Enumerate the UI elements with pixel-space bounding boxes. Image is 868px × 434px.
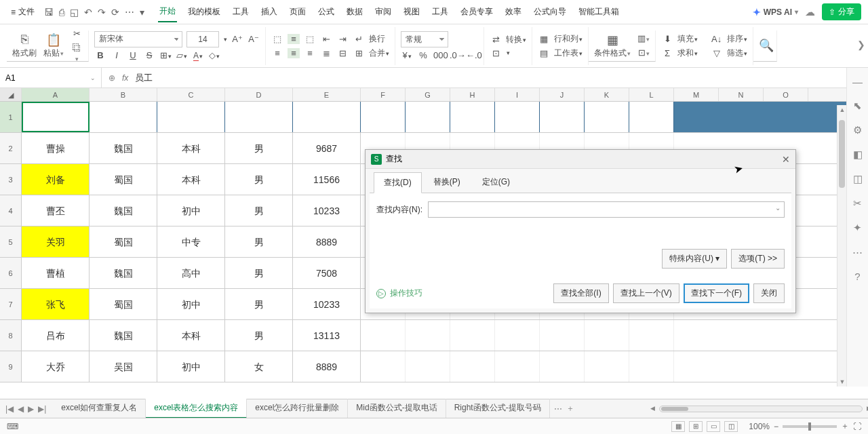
scroll-down-icon[interactable]: ▼ <box>839 378 846 385</box>
cell[interactable]: 部门 <box>90 102 157 132</box>
conditional-format-button[interactable]: ▦条件格式▾ <box>594 33 631 59</box>
sheet-nav-3[interactable]: ▶| <box>38 404 46 414</box>
menu-item-9[interactable]: 工具 <box>431 2 450 22</box>
menu-item-3[interactable]: 插入 <box>260 2 279 22</box>
cell[interactable]: 吴国 <box>90 351 157 382</box>
comma-icon[interactable]: 000 <box>433 50 446 60</box>
filter-icon[interactable]: ▽ <box>711 48 723 58</box>
distribute-icon[interactable]: ⊟ <box>336 48 349 58</box>
cell[interactable]: 13113 <box>293 320 361 351</box>
increase-indent-icon[interactable]: ⇥ <box>336 34 349 44</box>
find-history-dropdown-icon[interactable]: ⌄ <box>775 204 781 212</box>
cell[interactable]: 魏国 <box>90 133 157 163</box>
find-content-input[interactable] <box>428 201 785 218</box>
col-head-K[interactable]: K <box>585 88 629 101</box>
cell[interactable]: 男 <box>225 133 293 163</box>
tools-icon[interactable]: ✦ <box>853 222 862 234</box>
sort-label[interactable]: 排序▾ <box>727 33 747 45</box>
formula-content[interactable]: 员工 <box>135 72 153 84</box>
bold-icon[interactable]: B <box>94 50 106 60</box>
dialog-tab-2[interactable]: 定位(G) <box>472 172 520 193</box>
number-format-select[interactable] <box>401 31 448 47</box>
cell[interactable]: 8889 <box>293 226 361 257</box>
col-head-O[interactable]: O <box>764 88 808 101</box>
font-select[interactable] <box>94 31 182 47</box>
cell[interactable]: 女 <box>225 351 293 382</box>
redo-icon[interactable]: ↷ <box>98 7 106 18</box>
menu-item-8[interactable]: 视图 <box>402 2 421 22</box>
cell[interactable] <box>495 102 540 132</box>
align-left-icon[interactable]: ≡ <box>271 48 283 58</box>
align-middle-icon[interactable]: ≡ <box>288 34 300 44</box>
font-color-icon[interactable]: A▾ <box>192 50 204 61</box>
percent-icon[interactable]: % <box>417 50 429 60</box>
cell[interactable] <box>540 351 585 382</box>
dialog-titlebar[interactable]: S 查找 ✕ <box>366 150 795 169</box>
font-size-select[interactable] <box>186 31 219 47</box>
vertical-scrollbar[interactable]: ▲ ▼ <box>837 105 846 387</box>
underline-icon[interactable]: U <box>127 50 139 60</box>
menu-item-5[interactable]: 公式 <box>317 2 336 22</box>
table-style-icon[interactable]: ▥▾ <box>637 33 650 43</box>
copy-icon[interactable]: ⿻▾ <box>71 43 83 63</box>
cell[interactable]: 中专 <box>157 226 225 257</box>
format-painter-button[interactable]: ⎘格式刷 <box>12 33 37 59</box>
sheet-tab-4[interactable]: Right函数公式-提取号码 <box>446 399 550 418</box>
cell[interactable] <box>361 351 406 382</box>
cell[interactable]: 高中 <box>157 258 225 288</box>
merge-label[interactable]: 合并▾ <box>369 47 389 59</box>
fill-color-icon[interactable]: ▱▾ <box>176 50 188 60</box>
col-head-B[interactable]: B <box>90 88 157 101</box>
menu-item-0[interactable]: 开始 <box>158 1 177 22</box>
justify-icon[interactable]: ≣ <box>320 48 332 58</box>
qat-dropdown-icon[interactable]: ▾ <box>140 7 144 18</box>
wrap-label[interactable]: 换行 <box>369 33 385 45</box>
sort-icon[interactable]: A↓ <box>711 34 723 44</box>
sum-label[interactable]: 求和▾ <box>677 47 698 59</box>
clip-icon[interactable]: ✂ <box>853 197 862 210</box>
cell[interactable] <box>361 320 406 351</box>
increase-decimal-icon[interactable]: .0→ <box>450 50 462 60</box>
format-icon[interactable]: ⊡ <box>490 48 502 58</box>
cell[interactable]: 10233 <box>293 289 361 319</box>
cell[interactable]: 关羽 <box>22 226 90 257</box>
cell[interactable]: 蜀国 <box>90 164 157 195</box>
cell[interactable] <box>450 320 495 351</box>
print-icon[interactable]: ⎙ <box>59 7 64 18</box>
page-view-icon[interactable]: ⊞ <box>689 421 703 432</box>
mode-icon[interactable]: ⌨ <box>7 422 18 431</box>
row-head[interactable]: 9 <box>0 351 22 382</box>
fullscreen-icon[interactable]: ⛶ <box>853 422 861 431</box>
cell[interactable]: 10233 <box>293 195 361 226</box>
cell[interactable]: 员工 <box>22 102 90 132</box>
cell[interactable]: 大乔 <box>22 351 90 382</box>
options-button[interactable]: 选项(T) >> <box>731 249 785 269</box>
sheet-nav-1[interactable]: ◀ <box>18 404 24 414</box>
dialog-tab-0[interactable]: 查找(D) <box>374 172 422 193</box>
save-icon[interactable]: 🖫 <box>44 7 54 18</box>
refresh-icon[interactable]: ⟳ <box>111 7 119 18</box>
share-button[interactable]: ⇧ 分享 <box>822 3 861 20</box>
menu-item-4[interactable]: 页面 <box>288 2 307 22</box>
cell[interactable]: 工资 <box>293 102 361 132</box>
wps-ai-button[interactable]: ✦WPS AI▾ <box>753 7 798 18</box>
fill-icon[interactable]: ⬇ <box>661 34 673 44</box>
increase-font-icon[interactable]: A⁺ <box>231 34 243 44</box>
menu-item-10[interactable]: 会员专享 <box>459 2 494 22</box>
cell[interactable]: 8889 <box>293 351 361 382</box>
dialog-tab-1[interactable]: 替换(P) <box>423 172 471 193</box>
cell[interactable]: 初中 <box>157 289 225 319</box>
menu-item-2[interactable]: 工具 <box>231 2 250 22</box>
cell[interactable]: 男 <box>225 289 293 319</box>
cut-icon[interactable]: ✂ <box>71 28 83 39</box>
decrease-indent-icon[interactable]: ⇤ <box>320 34 332 44</box>
cell[interactable] <box>406 351 450 382</box>
align-center-icon[interactable]: ≡ <box>288 48 300 58</box>
transpose-label[interactable]: 转换▾ <box>506 34 526 45</box>
row-head[interactable]: 4 <box>0 195 22 226</box>
cell[interactable]: 本科 <box>157 133 225 163</box>
col-head-D[interactable]: D <box>225 88 293 101</box>
col-head-L[interactable]: L <box>629 88 674 101</box>
row-col-label[interactable]: 行和列▾ <box>554 33 583 45</box>
decrease-font-icon[interactable]: A⁻ <box>248 34 260 44</box>
